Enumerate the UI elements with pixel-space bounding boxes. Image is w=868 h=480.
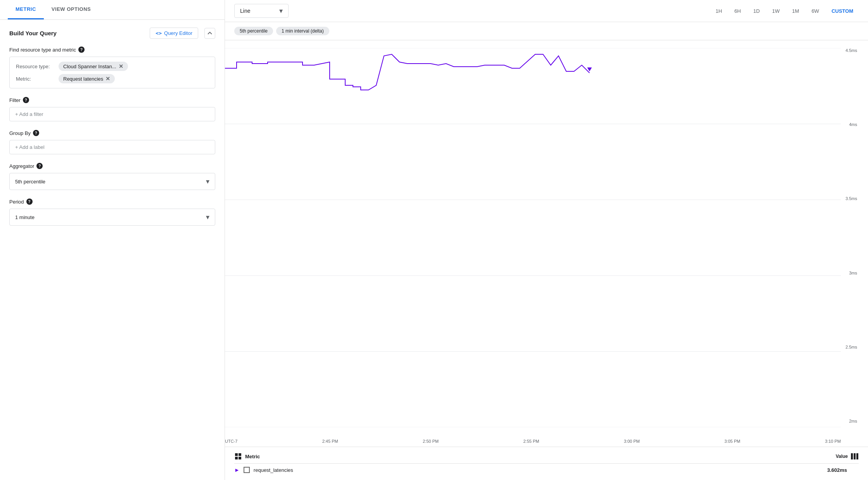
group-by-add-input[interactable]: + Add a label <box>9 140 215 154</box>
period-chevron-icon: ▾ <box>206 213 209 221</box>
aggregator-help-icon[interactable]: ? <box>36 163 43 169</box>
legend-header: Metric Value <box>234 451 859 464</box>
time-btn-1d[interactable]: 1D <box>748 6 765 16</box>
svg-rect-10 <box>851 453 853 459</box>
period-section: Period ? 1 minute ▾ <box>9 199 215 226</box>
svg-rect-7 <box>239 453 241 456</box>
x-axis-labels: UTC-7 2:45 PM 2:50 PM 2:55 PM 3:00 PM 3:… <box>225 439 841 444</box>
time-range-group: 1H 6H 1D 1W 1M 6W CUSTOM <box>710 6 859 16</box>
time-btn-1h[interactable]: 1H <box>710 6 728 16</box>
grid-icon <box>234 452 242 460</box>
svg-rect-12 <box>856 453 858 459</box>
collapse-button[interactable] <box>204 28 215 39</box>
time-btn-1m[interactable]: 1M <box>787 6 804 16</box>
resource-type-chip[interactable]: Cloud Spanner Instan... ✕ <box>59 62 128 71</box>
resource-type-close-icon[interactable]: ✕ <box>119 63 123 69</box>
time-btn-custom[interactable]: CUSTOM <box>826 6 859 16</box>
aggregator-select[interactable]: 5th percentile ▾ <box>9 173 215 190</box>
svg-rect-11 <box>854 453 856 459</box>
y-axis-labels: 4.5ms 4ms 3.5ms 3ms 2.5ms 2ms <box>846 48 857 423</box>
find-resource-section: Find resource type and metric ? Resource… <box>9 47 215 88</box>
legend-metric-name-text: request_latencies <box>254 467 293 473</box>
legend-area: Metric Value ► <box>225 447 868 480</box>
metric-close-icon[interactable]: ✕ <box>105 76 110 82</box>
time-btn-1w[interactable]: 1W <box>767 6 785 16</box>
filter-chip-interval[interactable]: 1 min interval (delta) <box>276 27 329 35</box>
legend-row: ► request_latencies 3.602ms <box>234 464 859 476</box>
svg-rect-8 <box>235 457 238 459</box>
legend-metric-col-header: Metric <box>245 454 260 459</box>
svg-rect-6 <box>235 453 238 456</box>
filter-add-input[interactable]: + Add a filter <box>9 107 215 121</box>
period-select[interactable]: 1 minute ▾ <box>9 209 215 226</box>
find-resource-label: Find resource type and metric <box>9 47 76 53</box>
metric-chip[interactable]: Request latencies ✕ <box>59 74 115 83</box>
filter-section: Filter ? + Add a filter <box>9 97 215 121</box>
group-by-help-icon[interactable]: ? <box>33 130 39 136</box>
period-label: Period <box>9 199 24 205</box>
build-query-title: Build Your Query <box>9 30 57 36</box>
period-help-icon[interactable]: ? <box>26 199 33 205</box>
time-btn-6w[interactable]: 6W <box>806 6 825 16</box>
bars-icon <box>851 453 859 459</box>
legend-value-col-header: Value <box>836 454 848 459</box>
time-btn-6h[interactable]: 6H <box>729 6 747 16</box>
filter-label: Filter <box>9 97 21 103</box>
chart-toolbar: Line ▾ 1H 6H 1D 1W 1M 6W CUSTOM <box>225 0 868 22</box>
aggregator-label: Aggregator <box>9 163 34 169</box>
svg-rect-9 <box>239 457 241 459</box>
aggregator-chevron-icon: ▾ <box>206 177 209 186</box>
find-resource-help-icon[interactable]: ? <box>78 47 85 53</box>
resource-box: Resource type: Cloud Spanner Instan... ✕… <box>9 57 215 88</box>
chart-type-chevron-icon: ▾ <box>279 7 283 15</box>
tab-metric[interactable]: METRIC <box>8 0 44 19</box>
chart-area: 4.5ms 4ms 3.5ms 3ms 2.5ms 2ms <box>225 40 868 447</box>
filter-help-icon[interactable]: ? <box>23 97 29 103</box>
metric-label: Metric: <box>16 76 55 82</box>
legend-metric-square-icon <box>244 467 250 473</box>
filter-chip-percentile[interactable]: 5th percentile <box>234 27 273 35</box>
chart-filters-row: 5th percentile 1 min interval (delta) <box>225 22 868 40</box>
group-by-section: Group By ? + Add a label <box>9 130 215 154</box>
aggregator-section: Aggregator ? 5th percentile ▾ <box>9 163 215 190</box>
resource-type-label: Resource type: <box>16 64 55 69</box>
legend-line-arrow-icon: ► <box>234 467 240 473</box>
group-by-label: Group By <box>9 130 31 136</box>
legend-metric-value: 3.602ms <box>827 467 847 473</box>
code-icon: <> <box>156 30 162 36</box>
tab-view-options[interactable]: VIEW OPTIONS <box>44 0 99 19</box>
line-chart-svg <box>225 48 841 427</box>
chart-type-select[interactable]: Line ▾ <box>234 4 289 18</box>
query-editor-button[interactable]: <> Query Editor <box>150 28 198 39</box>
